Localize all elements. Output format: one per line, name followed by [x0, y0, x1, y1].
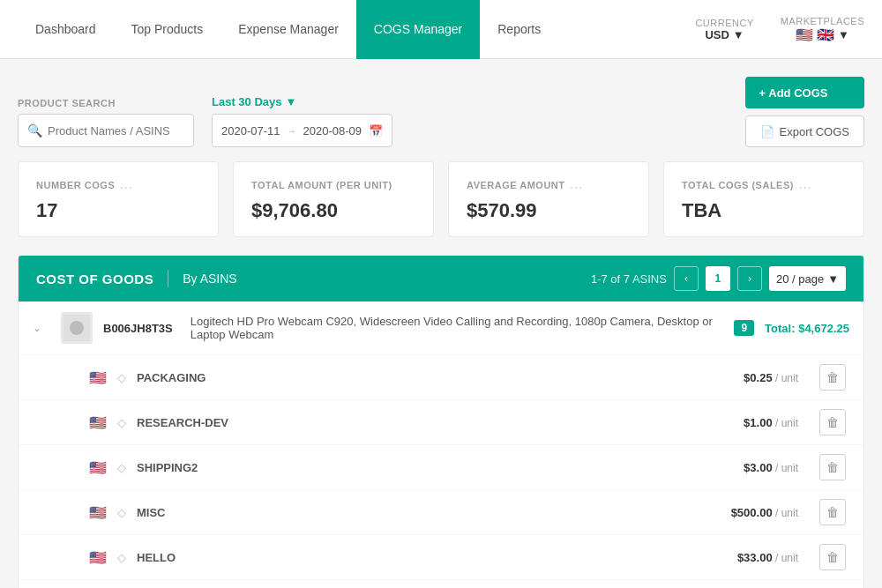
cogs-price: $0.25 / unit — [744, 371, 798, 384]
cogs-tag-icon: ◇ — [117, 371, 126, 384]
marketplace-selector[interactable]: MARKETPLACES 🇺🇸 🇬🇧 ▼ — [781, 16, 864, 43]
search-icon: 🔍 — [27, 123, 42, 138]
delete-cogs-button[interactable]: 🗑 — [819, 544, 846, 570]
current-page-button[interactable]: 1 — [706, 266, 730, 291]
table-header: COST OF GOODS By ASINS 1-7 of 7 ASINS ‹ … — [19, 256, 863, 301]
search-label: PRODUCT SEARCH — [18, 98, 194, 108]
nav-item-top-products[interactable]: Top Products — [114, 0, 221, 59]
stat-total-amount: TOTAL AMOUNT (PER UNIT) $9,706.80 — [233, 161, 434, 237]
stat-number-cogs: NUMBER COGS ... 17 — [18, 161, 219, 237]
cogs-row: 🇺🇸 ◇ HELLO $33.00 / unit 🗑 — [19, 534, 863, 579]
cogs-tag-icon: ◇ — [117, 551, 126, 564]
export-cogs-button[interactable]: 📄 Export COGS — [745, 115, 864, 147]
next-page-button[interactable]: › — [737, 266, 762, 291]
nav-item-dashboard[interactable]: Dashboard — [18, 0, 114, 59]
export-icon: 📄 — [760, 125, 774, 138]
product-asin: B006JH8T3S — [103, 322, 173, 335]
search-box[interactable]: 🔍 — [18, 114, 194, 147]
cogs-price: $1.00 / unit — [744, 416, 798, 429]
cogs-tag-icon: ◇ — [117, 461, 126, 474]
date-arrow-icon: → — [288, 126, 296, 136]
cogs-flag-icon: 🇺🇸 — [89, 549, 107, 566]
stat-value-number-cogs: 17 — [36, 199, 200, 222]
cogs-row: 🇺🇸 ◇ SHIPPING2 $3.00 / unit 🗑 — [19, 444, 863, 489]
product-cogs-count-badge: 9 — [734, 320, 754, 336]
product-row: ⌄ B006JH8T3S Logitech HD Pro Webcam C920… — [19, 301, 863, 588]
currency-dropdown-icon: ▼ — [733, 28, 744, 41]
stat-total-cogs-sales: TOTAL COGS (SALES) ... TBA — [663, 161, 864, 237]
cogs-unit: / unit — [773, 462, 798, 474]
cogs-unit: / unit — [773, 417, 798, 429]
nav-item-reports[interactable]: Reports — [480, 0, 558, 59]
cogs-unit: / unit — [773, 552, 798, 564]
stat-average-amount: AVERAGE AMOUNT ... $570.99 — [448, 161, 649, 237]
per-page-dropdown-icon: ▼ — [827, 272, 839, 286]
per-page-selector[interactable]: 20 / page ▼ — [769, 266, 846, 291]
stat-value-total-amount: $9,706.80 — [251, 199, 415, 222]
product-total: Total: $4,672.25 — [765, 322, 849, 335]
cogs-row: 🇺🇸 ◇ MISC $500.00 / unit 🗑 — [19, 489, 863, 534]
pagination-info: 1-7 of 7 ASINS — [591, 272, 667, 286]
product-total-value: $4,672.25 — [798, 322, 849, 335]
cogs-unit: / unit — [773, 507, 798, 519]
cogs-row: 🇺🇸 ◇ RESEARCH-DEV $1.00 / unit 🗑 — [19, 399, 863, 444]
cogs-price: $3.00 / unit — [744, 461, 798, 474]
cogs-name: SHIPPING2 — [137, 461, 733, 474]
cogs-price: $500.00 / unit — [731, 506, 798, 519]
cogs-flag-icon: 🇺🇸 — [89, 414, 107, 431]
cogs-rows: 🇺🇸 ◇ PACKAGING $0.25 / unit 🗑 🇺🇸 ◇ RESEA… — [19, 354, 863, 588]
expand-button[interactable]: ⌄ — [33, 322, 50, 334]
date-dropdown-icon: ▼ — [286, 95, 297, 108]
add-cogs-button[interactable]: + Add COGS — [745, 77, 864, 108]
action-buttons: + Add COGS 📄 Export COGS — [745, 77, 864, 147]
delete-cogs-button[interactable]: 🗑 — [819, 499, 846, 525]
marketplace-dropdown-icon: ▼ — [838, 28, 849, 41]
stat-value-total-cogs-sales: TBA — [682, 199, 846, 222]
nav-item-cogs-manager[interactable]: COGS Manager — [356, 0, 480, 59]
cogs-flag-icon: 🇺🇸 — [89, 504, 107, 521]
cogs-name: HELLO — [137, 551, 727, 564]
table-pagination: 1-7 of 7 ASINS ‹ 1 › 20 / page ▼ — [591, 266, 846, 291]
cogs-row: 🇺🇸 ◇ WERD $3,333.00 / unit 🗑 — [19, 579, 863, 588]
date-start: 2020-07-11 — [221, 124, 280, 138]
cogs-table: COST OF GOODS By ASINS 1-7 of 7 ASINS ‹ … — [18, 255, 864, 588]
cogs-tag-icon: ◇ — [117, 416, 126, 429]
delete-cogs-button[interactable]: 🗑 — [819, 364, 846, 391]
cogs-name: PACKAGING — [137, 371, 733, 384]
cogs-flag-icon: 🇺🇸 — [89, 369, 107, 386]
cogs-row: 🇺🇸 ◇ PACKAGING $0.25 / unit 🗑 — [19, 354, 863, 399]
delete-cogs-button[interactable]: 🗑 — [819, 409, 846, 435]
date-range-label[interactable]: Last 30 Days ▼ — [212, 95, 392, 108]
toolbar: PRODUCT SEARCH 🔍 Last 30 Days ▼ 2020-07-… — [18, 77, 864, 147]
prev-page-button[interactable]: ‹ — [674, 266, 699, 291]
stat-value-average-amount: $570.99 — [467, 199, 631, 222]
nav-item-expense-manager[interactable]: Expense Manager — [220, 0, 356, 59]
date-section: Last 30 Days ▼ 2020-07-11 → 2020-08-09 📅 — [212, 95, 392, 147]
product-image — [61, 312, 93, 344]
stats-grid: NUMBER COGS ... 17 TOTAL AMOUNT (PER UNI… — [18, 161, 864, 237]
cogs-flag-icon: 🇺🇸 — [89, 459, 107, 476]
navigation: Dashboard Top Products Expense Manager C… — [0, 0, 882, 59]
us-flag-icon: 🇺🇸 — [796, 26, 813, 43]
product-header: ⌄ B006JH8T3S Logitech HD Pro Webcam C920… — [19, 301, 863, 354]
product-name: Logitech HD Pro Webcam C920, Widescreen … — [191, 315, 724, 341]
cogs-unit: / unit — [773, 372, 798, 384]
cogs-name: RESEARCH-DEV — [137, 416, 733, 429]
date-range-picker[interactable]: 2020-07-11 → 2020-08-09 📅 — [212, 114, 392, 147]
calendar-icon[interactable]: 📅 — [369, 124, 383, 138]
currency-selector[interactable]: CURRENCY USD ▼ — [695, 18, 753, 41]
uk-flag-icon: 🇬🇧 — [817, 26, 834, 43]
date-end: 2020-08-09 — [303, 124, 363, 138]
table-title: COST OF GOODS — [36, 272, 153, 287]
delete-cogs-button[interactable]: 🗑 — [819, 454, 846, 480]
cogs-tag-icon: ◇ — [117, 506, 126, 519]
search-input[interactable] — [48, 124, 184, 138]
search-section: PRODUCT SEARCH 🔍 — [18, 98, 194, 147]
cogs-name: MISC — [137, 506, 721, 519]
cogs-price: $33.00 / unit — [737, 551, 798, 564]
table-divider — [168, 270, 168, 287]
svg-point-1 — [70, 321, 84, 335]
table-subtitle: By ASINS — [183, 272, 236, 286]
